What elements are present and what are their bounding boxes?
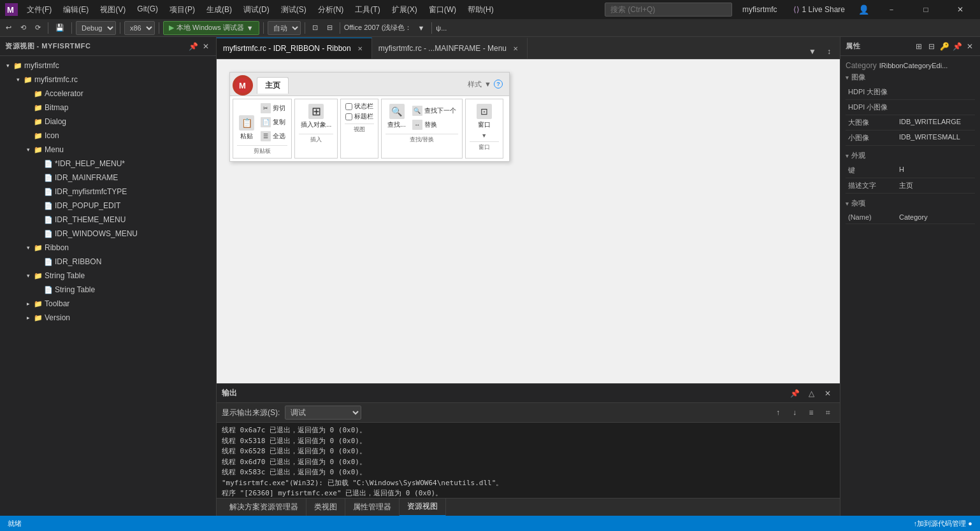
prop-value[interactable]: H <box>897 164 975 174</box>
tree-item-version[interactable]: ▸📁Version <box>0 311 216 325</box>
menu-item-f[interactable]: 文件(F) <box>22 2 57 18</box>
output-pin-button[interactable]: 📌 <box>788 386 802 400</box>
tree-item-idrribbon[interactable]: 📄IDR_RIBBON <box>0 255 216 269</box>
copy-button[interactable]: 📄 复制 <box>259 116 287 129</box>
run-button[interactable]: ▶ 本地 Windows 调试器 ▼ <box>163 21 259 35</box>
cut-button[interactable]: ✂ 剪切 <box>259 102 287 115</box>
menu-item-gitg[interactable]: Git(G) <box>132 2 163 18</box>
output-scroll-up-button[interactable]: ↑ <box>771 406 785 420</box>
tree-item-idrwindowsmenu[interactable]: 📄IDR_WINDOWS_MENU <box>0 227 216 241</box>
menu-item-e[interactable]: 编辑(E) <box>58 2 94 18</box>
menu-item-p[interactable]: 项目(P) <box>164 2 200 18</box>
tab-myfisrtmfcrcidrribbo[interactable]: myfisrtmfc.rc - IDR_RIBBON - Ribbon✕ <box>217 38 372 59</box>
find-button[interactable]: 🔍 查找... <box>386 102 407 131</box>
prop-value[interactable]: IDB_WRITELARGE <box>897 117 975 127</box>
debug-config-select[interactable]: Debug <box>76 21 116 35</box>
prop-value[interactable]: Category <box>897 212 975 222</box>
properties-close-button[interactable]: ✕ <box>965 41 975 52</box>
output-maximize-button[interactable]: △ <box>804 386 818 400</box>
sidebar-pin-button[interactable]: 📌 <box>188 41 198 52</box>
menu-item-x[interactable]: 扩展(X) <box>387 2 422 18</box>
undo-button[interactable]: ⟲ <box>17 21 29 35</box>
menu-item-t[interactable]: 工具(T) <box>350 2 385 18</box>
platform-select[interactable]: x86 <box>124 21 155 35</box>
tree-item-accelerator[interactable]: 📁Accelerator <box>0 87 216 101</box>
tree-item-menu[interactable]: ▾📁Menu <box>0 143 216 157</box>
output-scroll-down-button[interactable]: ↓ <box>788 406 802 420</box>
prop-value[interactable]: 主页 <box>897 180 975 192</box>
tree-item-icon[interactable]: 📁Icon <box>0 129 216 143</box>
output-source-select[interactable]: 调试 <box>285 406 361 420</box>
minimize-button[interactable]: － <box>877 0 906 19</box>
output-wrap-button[interactable]: ⌗ <box>821 406 835 420</box>
sidebar-close-button[interactable]: ✕ <box>201 41 211 52</box>
replace-button[interactable]: ↔ 替换 <box>410 118 458 131</box>
debug-btn-2[interactable]: ⊟ <box>324 21 336 35</box>
tree-item-idrmyfisrtmfctype[interactable]: 📄IDR_myfisrtmfcTYPE <box>0 185 216 199</box>
tree-item-idrthememenu[interactable]: 📄IDR_THEME_MENU <box>0 213 216 227</box>
window-button[interactable]: ⊡ 窗口 <box>475 102 494 131</box>
tab-myfisrtmfcrcmainfram[interactable]: myfisrtmfc.rc - ...MAINFRAME - Menu✕ <box>372 38 528 59</box>
titlebar-checkbox[interactable]: 标题栏 <box>345 112 373 121</box>
output-close-button[interactable]: ✕ <box>821 386 835 400</box>
tree-item-ribbon[interactable]: ▾📁Ribbon <box>0 241 216 255</box>
search-input[interactable] <box>605 3 732 17</box>
menu-item-n[interactable]: 分析(N) <box>313 2 349 18</box>
output-clear-button[interactable]: ≡ <box>804 406 818 420</box>
redo-button[interactable]: ⟳ <box>32 21 44 35</box>
live-share-button[interactable]: ⟨⟩ 1 Live Share <box>788 3 851 16</box>
properties-category-button[interactable]: ⊟ <box>926 41 937 52</box>
tab-close-button[interactable]: ✕ <box>510 43 521 53</box>
bottom-tab-[interactable]: 解决方案资源管理器 <box>222 499 306 516</box>
menu-item-d[interactable]: 调试(D) <box>238 2 275 18</box>
tree-item-idrhelpmenu[interactable]: 📄*IDR_HELP_MENU* <box>0 157 216 171</box>
tab-close-button[interactable]: ✕ <box>355 43 365 53</box>
tree-item-stringtable[interactable]: ▾📁String Table <box>0 269 216 283</box>
find-next-button[interactable]: 🔍 查找下一个 <box>410 104 458 117</box>
menu-item-v[interactable]: 视图(V) <box>95 2 131 18</box>
paste-button[interactable]: 📋 粘贴 <box>237 113 256 143</box>
insert-group-label: 插入 <box>299 134 333 144</box>
prop-value[interactable] <box>897 101 975 104</box>
properties-filter-button[interactable]: 🔑 <box>939 41 949 52</box>
debug-btn-1[interactable]: ⊡ <box>309 21 321 35</box>
menu-item-w[interactable]: 窗口(W) <box>424 2 461 18</box>
bottom-tab-[interactable]: 属性管理器 <box>345 499 400 516</box>
tree-item-toolbar[interactable]: ▸📁Toolbar <box>0 297 216 311</box>
theme-dropdown[interactable]: ▼ <box>414 21 428 35</box>
properties-sort-button[interactable]: ⊞ <box>914 41 924 52</box>
window-dropdown-arrow[interactable]: ▼ <box>481 132 487 139</box>
tree-item-myfisrtmfcrc[interactable]: ▾📁myfisrtmfc.rc <box>0 73 216 87</box>
refresh-button[interactable]: ↩ <box>3 21 15 35</box>
tree-item-stringtable[interactable]: 📄String Table <box>0 283 216 297</box>
menu-item-b[interactable]: 生成(B) <box>201 2 237 18</box>
statusbar-check[interactable] <box>345 103 352 110</box>
bottom-tab-[interactable]: 类视图 <box>306 499 345 516</box>
selectall-button[interactable]: ☰ 全选 <box>259 130 287 143</box>
titlebar-check[interactable] <box>345 113 352 120</box>
tree-root[interactable]: ▾📁myfisrtmfc <box>0 59 216 73</box>
auto-select[interactable]: 自动 <box>268 21 301 35</box>
save-button[interactable]: 💾 <box>52 21 68 35</box>
ribbon-tab-home[interactable]: 主页 <box>257 77 289 94</box>
ribbon-style-control[interactable]: 样式 ▼ ? <box>464 80 507 92</box>
properties-pin-button[interactable]: 📌 <box>952 41 962 52</box>
tree-item-idrmainframe[interactable]: 📄IDR_MAINFRAME <box>0 171 216 185</box>
menu-item-s[interactable]: 测试(S) <box>276 2 312 18</box>
prop-group-header[interactable]: ▾图像 <box>846 73 975 82</box>
prop-value[interactable]: IDB_WRITESMALL <box>897 132 975 142</box>
tree-item-idrpopupedit[interactable]: 📄IDR_POPUP_EDIT <box>0 199 216 213</box>
tab-ctrl-btn[interactable]: ↕ <box>822 45 836 59</box>
statusbar-checkbox[interactable]: 状态栏 <box>345 102 373 111</box>
close-button[interactable]: ✕ <box>946 0 975 19</box>
bottom-tab-[interactable]: 资源视图 <box>400 499 446 516</box>
tree-item-bitmap[interactable]: 📁Bitmap <box>0 101 216 115</box>
insert-object-button[interactable]: ⊞ 插入对象... <box>299 102 333 131</box>
prop-value[interactable] <box>897 86 975 88</box>
maximize-button[interactable]: □ <box>911 0 940 19</box>
prop-group-header[interactable]: ▾杂项 <box>846 199 975 208</box>
tree-item-dialog[interactable]: 📁Dialog <box>0 115 216 129</box>
prop-group-header[interactable]: ▾外观 <box>846 151 975 160</box>
tab-ctrl-btn[interactable]: ▼ <box>805 45 819 59</box>
menu-item-h[interactable]: 帮助(H) <box>463 2 499 18</box>
